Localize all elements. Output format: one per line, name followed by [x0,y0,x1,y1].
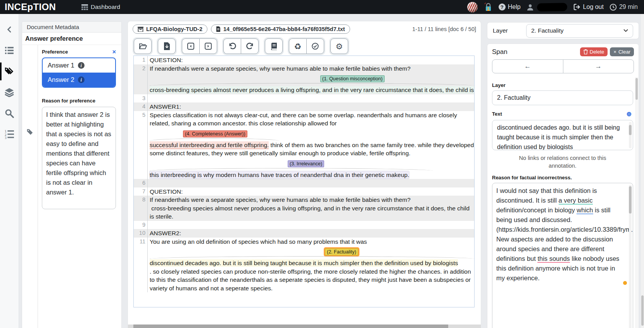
info-icon[interactable]: i [78,76,85,83]
collapse-sidebar-button[interactable] [0,22,19,37]
next-page-button[interactable] [199,38,217,54]
undo-button[interactable] [223,38,241,54]
document-line: 4ANSWER1: [134,102,474,111]
finish-document-button[interactable] [306,38,324,54]
clear-label: Clear [618,49,630,55]
project-badge[interactable]: LFQA-Biology-TUD-2 [133,24,207,34]
preference-listbox: Answer 1 i Answer 2 i [42,57,116,88]
export-document-button[interactable] [158,38,176,54]
help-icon: ? [499,3,506,10]
answer-preference-title: Answer preference [22,33,121,45]
sidebar-item-ordered-list[interactable]: 123 [0,127,19,142]
anonymous-lock-icon[interactable] [483,2,493,12]
reset-document-button[interactable]: ♻ [289,38,306,54]
layer-select[interactable]: 2. Factuality [526,24,633,38]
annotation-editor: LFQA-Biology-TUD-2 14_0f965e55-6e26-47ba… [128,21,481,328]
annotation-detail-panel: Layer 2. Factuality Text ⊕ discontinued … [487,77,635,328]
annotation-text-box[interactable]: discontinued decades ago. but it is stil… [492,120,633,150]
line-content: If neanderthals were a separate species,… [148,64,474,94]
dashboard-link[interactable]: Dashboard [81,3,120,10]
editor-toolbar: ♻ ⚙ [128,35,481,59]
reason-text: definition/concept in biology [496,207,577,213]
line-number: 7 [134,187,148,196]
line-content: QUESTION: [148,56,474,64]
previous-page-button[interactable] [182,38,199,54]
detail-panel-scrollbar[interactable] [635,77,638,328]
span-navigation: ← → [492,59,634,73]
jump-to-annotation-icon[interactable]: ⊕ [627,110,632,118]
redacted-username [537,3,567,11]
reason-preference-input[interactable]: I think that answer 2 is better at highl… [42,107,116,209]
document-line: 5Species classification is not always cl… [134,111,474,179]
textbox-scrollbar[interactable] [629,122,632,148]
line-number: 4 [134,102,148,111]
sidebar-item-tagsets[interactable] [0,64,19,79]
document-badge[interactable]: 14_0f965e55-6e26-47ba-bb84-fa76f035f5d7.… [211,24,350,34]
annotated-span[interactable]: discontinued decades ago. but it is stil… [150,259,458,267]
clear-preference-icon[interactable]: × [112,50,116,54]
line-number: 2 [134,64,148,94]
tag-icon [26,128,33,135]
annotation-label-row: (3. Irrelevance) [150,158,474,167]
clock-icon [609,3,617,11]
reason-text: is still being used and discussed. (http… [496,207,633,262]
next-annotation-button[interactable]: → [563,60,634,73]
layer-select-value: 2. Factuality [531,27,564,34]
document-view[interactable]: 1QUESTION:2If neanderthals were a separa… [133,56,475,307]
span-annotation-card: Span Delete × Clear ← → Layer 2. Factual… [487,43,639,328]
dashboard-label: Dashboard [91,3,120,10]
annotated-span[interactable]: successful interbreeding and fertile off… [150,141,269,149]
user-menu[interactable] [527,3,567,11]
help-link[interactable]: ? Help [499,3,521,10]
line-content: ANSWER1: [148,102,474,111]
annotation-arc [150,138,279,141]
guidelines-button[interactable] [265,38,283,54]
page-scrollbar[interactable] [641,14,644,328]
sidebar-item-layers[interactable] [0,85,19,100]
annotation-arc [150,83,474,86]
annotated-span[interactable]: this interbreeding is why modern humans … [150,171,409,179]
document-line: 6 [134,179,474,187]
page-scrollbar-thumb[interactable] [641,295,644,326]
open-document-button[interactable] [134,38,152,54]
layer-selector-card: Layer 2. Factuality [487,22,639,39]
sidebar-item-annotations-list[interactable] [0,43,19,58]
brand-globe-icon [467,2,478,12]
previous-annotation-button[interactable]: ← [492,60,563,73]
delete-annotation-button[interactable]: Delete [580,47,608,56]
document-text: QUESTION: [150,187,474,196]
annotated-span[interactable]: cross-breeding species almost never prod… [150,86,474,94]
app-logo: INCEpTION [0,2,56,12]
settings-button[interactable]: ⚙ [330,38,348,54]
document-text-line: successful interbreeding and fertile off… [150,141,474,158]
reason-scrollbar[interactable] [629,185,632,328]
annotation-label[interactable]: (1. Question misconception) [320,75,385,82]
line-content: You are using an old definition of speci… [148,238,474,293]
annotation-text-value: discontinued decades ago. but it is stil… [497,124,620,150]
annotation-label[interactable]: (2. Factuality) [325,248,358,255]
annotation-label[interactable]: (4. Completeness (Answer)) [183,130,247,137]
document-badge-label: 14_0f965e55-6e26-47ba-bb84-fa76f035f5d7.… [223,26,345,32]
annotation-label-row: (1. Question misconception) [150,73,474,82]
document-lines: 1QUESTION:2If neanderthals were a separa… [134,56,474,292]
document-line: 9 [134,221,474,229]
horizontal-scrollbar[interactable] [128,325,481,328]
layer-select-label: Layer [493,27,508,34]
dashboard-grid-icon [81,4,88,10]
unsaved-indicator-dot [623,281,627,285]
preference-option-answer-1[interactable]: Answer 1 i [43,58,115,73]
arrow-right-icon: → [595,62,602,70]
clear-selection-button[interactable]: × Clear [610,47,634,56]
underlined-text: a very basic [559,197,593,205]
annotation-arc [150,168,433,171]
sidebar-item-search[interactable] [0,106,19,121]
redo-button[interactable] [241,38,259,54]
info-icon[interactable]: i [78,62,85,69]
logout-button[interactable]: Log out [573,3,604,10]
span-section-title: Span [492,48,508,56]
preference-option-answer-2[interactable]: Answer 2 i [43,73,115,87]
line-number: 5 [134,111,148,179]
reason-incorrectness-input[interactable]: I would not say that this definition is … [492,183,633,328]
annotation-label[interactable]: (3. Irrelevance) [288,160,324,167]
horizontal-scrollbar-thumb[interactable] [133,325,448,328]
